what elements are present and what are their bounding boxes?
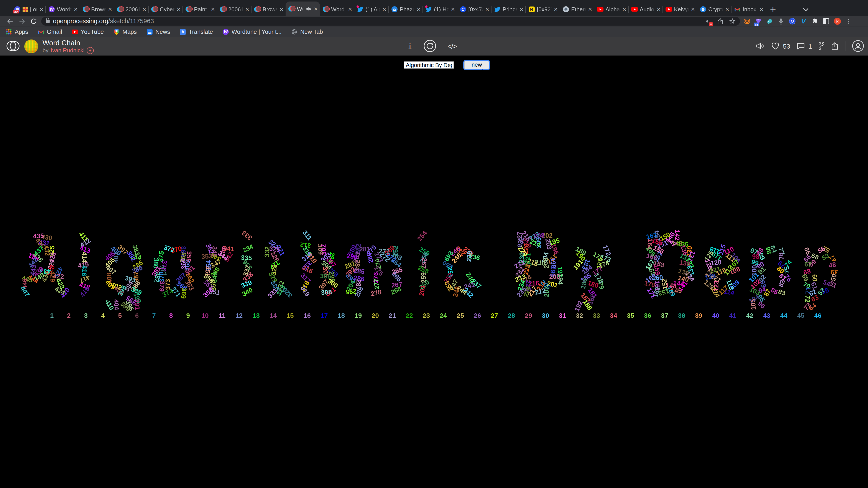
- tab--1-hom[interactable]: (1) Hom×: [423, 2, 457, 16]
- user-account-icon[interactable]: [852, 40, 864, 53]
- back-button-icon[interactable]: [4, 18, 16, 25]
- code-icon[interactable]: </>: [447, 42, 457, 51]
- youtube-favicon: [72, 29, 78, 35]
- puzzle-extensions-icon[interactable]: [811, 18, 818, 25]
- tab-phazuki[interactable]: Phazuki×: [389, 2, 423, 16]
- axis-number: 23: [420, 312, 433, 319]
- tab-200613[interactable]: 200613×: [217, 2, 251, 16]
- tab-cyberpu[interactable]: Cyberpu×: [148, 2, 183, 16]
- bookmark-maps[interactable]: Maps: [113, 29, 137, 35]
- comment-icon[interactable]: [797, 42, 805, 51]
- mic-extension-icon[interactable]: [777, 18, 785, 25]
- tab-close-button[interactable]: ×: [657, 6, 660, 12]
- tab-cryptob[interactable]: CryptoB×: [697, 2, 731, 16]
- tab-browse-s[interactable]: Browse S×: [80, 2, 114, 16]
- browser-menu-icon[interactable]: [845, 18, 852, 25]
- heart-icon[interactable]: [771, 42, 779, 51]
- tab-ethereu[interactable]: Ethereu×: [560, 2, 594, 16]
- sound-icon[interactable]: [755, 42, 765, 51]
- tab-close-button[interactable]: ×: [314, 6, 318, 12]
- bookmark-wordtune-your-t-[interactable]: WWordtune | Your t...: [222, 29, 281, 35]
- author-link[interactable]: Ivan Rudnicki: [51, 47, 85, 54]
- openprocessing-header: Word Chain by Ivan Rudnicki + i </> 53 1: [0, 37, 868, 56]
- tab-wor[interactable]: Wor×: [286, 2, 320, 16]
- tab-200610[interactable]: 200610×: [114, 2, 148, 16]
- tab-close-button[interactable]: ×: [211, 6, 215, 12]
- tab-close-button[interactable]: ×: [279, 6, 283, 12]
- tab-close-button[interactable]: ×: [554, 6, 558, 12]
- tab-audio-li[interactable]: Audio li×: [628, 2, 663, 16]
- tab-close-button[interactable]: ×: [177, 6, 181, 12]
- tab-close-button[interactable]: ×: [245, 6, 249, 12]
- info-icon[interactable]: i: [407, 42, 412, 51]
- tab-prince-[interactable]: Prince (×: [491, 2, 526, 16]
- vimeo-extension-icon[interactable]: V: [800, 18, 807, 25]
- share-icon[interactable]: [831, 42, 838, 51]
- tab-muted-icon[interactable]: [305, 6, 312, 12]
- address-bar[interactable]: openprocessing.org/sketch/1175963 ×: [41, 17, 740, 26]
- tab-muted-badge-icon[interactable]: ×: [704, 18, 712, 25]
- forward-button-icon[interactable]: [16, 18, 28, 25]
- globe-icon: [291, 29, 298, 35]
- tab-close-button[interactable]: ×: [39, 6, 43, 12]
- bookmark-new-tab[interactable]: New Tab: [291, 29, 323, 35]
- wordtune-favicon: W: [49, 6, 55, 12]
- bookmark-gmail[interactable]: Gmail: [38, 29, 62, 35]
- restart-sketch-icon[interactable]: [424, 40, 436, 53]
- tab--outs[interactable]: 9k+| outs×: [11, 2, 45, 16]
- tab-inbox-2[interactable]: Inbox (2×: [731, 2, 766, 16]
- author-avatar[interactable]: [24, 39, 38, 53]
- coinbase-favicon: C: [460, 6, 466, 12]
- tab-close-button[interactable]: ×: [74, 6, 78, 12]
- bookmark-news[interactable]: News: [146, 29, 170, 35]
- tab-close-button[interactable]: ×: [142, 6, 146, 12]
- tab-close-button[interactable]: ×: [725, 6, 729, 12]
- tab-close-button[interactable]: ×: [348, 6, 352, 12]
- whale-extension-icon[interactable]: [766, 18, 773, 25]
- tab-title: Cyberpu: [160, 6, 175, 13]
- tab-close-button[interactable]: ×: [760, 6, 764, 12]
- twitter-favicon: [357, 6, 364, 12]
- tab-close-button[interactable]: ×: [691, 6, 695, 12]
- tab-overflow-chevron-icon[interactable]: [803, 8, 809, 13]
- bookmark-translate[interactable]: ATranslate: [180, 29, 213, 35]
- tab-wordtun[interactable]: WWordtun×: [45, 2, 80, 16]
- sketch-canvas[interactable]: [0, 219, 868, 323]
- tab-kelvyn[interactable]: Kelvyn×: [663, 2, 697, 16]
- new-word-button[interactable]: new word: [464, 61, 489, 69]
- bookmark-label: New Tab: [300, 29, 323, 35]
- tab-close-button[interactable]: ×: [485, 6, 489, 12]
- axis-number: 45: [795, 312, 807, 319]
- gem-extension-icon[interactable]: 85: [755, 18, 762, 25]
- new-tab-button[interactable]: +: [770, 5, 776, 15]
- tab--1-algo[interactable]: (1) Algo×: [354, 2, 389, 16]
- bookmark-apps[interactable]: Apps: [6, 29, 28, 35]
- bookmark-youtube[interactable]: YouTube: [72, 29, 104, 35]
- openprocessing-logo-icon[interactable]: [6, 40, 20, 53]
- o-extension-icon[interactable]: O: [788, 18, 796, 25]
- follow-plus-icon[interactable]: +: [87, 47, 94, 54]
- tab--0x4734[interactable]: C[0x4734×: [457, 2, 491, 16]
- tab-close-button[interactable]: ×: [451, 6, 455, 12]
- tab-close-button[interactable]: ×: [108, 6, 112, 12]
- profile-avatar[interactable]: k: [834, 18, 841, 25]
- tab--0x9276[interactable]: R[0x9276×: [526, 2, 560, 16]
- tab-browse-s[interactable]: Browse S×: [251, 2, 286, 16]
- tab-word-pa[interactable]: Word Pa×: [320, 2, 354, 16]
- tab-alpha-c[interactable]: Alpha C×: [594, 2, 628, 16]
- reload-button-icon[interactable]: [28, 18, 39, 25]
- metamask-icon[interactable]: [743, 18, 751, 25]
- tab-close-button[interactable]: ×: [622, 6, 626, 12]
- bookmark-star-icon[interactable]: [729, 18, 736, 25]
- tab-close-button[interactable]: ×: [382, 6, 386, 12]
- sidebar-toggle-icon[interactable]: [823, 18, 830, 25]
- tab-close-button[interactable]: ×: [416, 6, 421, 12]
- tab-close-button[interactable]: ×: [520, 6, 523, 12]
- axis-number: 1: [45, 312, 58, 319]
- fork-icon[interactable]: [818, 42, 825, 51]
- tab-paint-sp[interactable]: Paint Sp×: [183, 2, 217, 16]
- word-input[interactable]: [404, 61, 454, 69]
- share-page-icon[interactable]: [716, 18, 724, 25]
- axis-number: 12: [233, 312, 245, 319]
- tab-close-button[interactable]: ×: [588, 6, 592, 12]
